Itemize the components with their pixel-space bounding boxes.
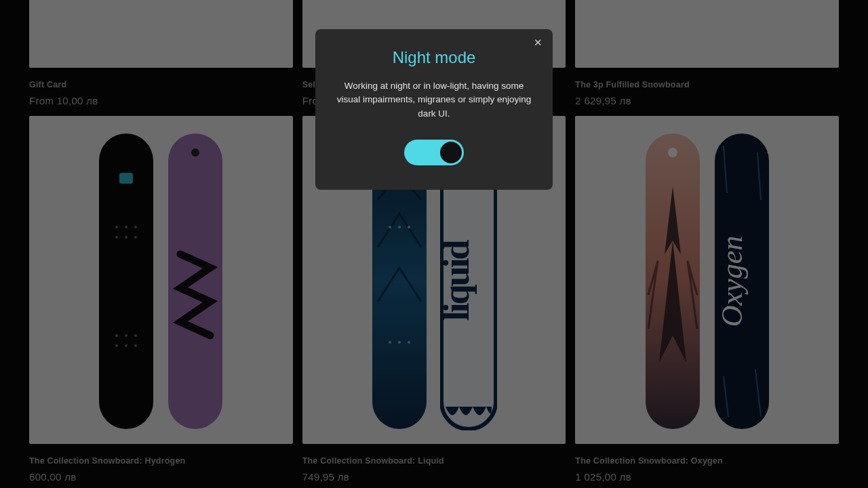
night-mode-modal: ✕ Night mode Working at night or in low-… [315,29,553,190]
modal-title: Night mode [333,48,535,67]
modal-body: Working at night or in low-light, having… [333,79,535,121]
toggle-knob [440,142,462,163]
night-mode-toggle[interactable] [404,140,464,165]
close-icon[interactable]: ✕ [531,36,545,49]
modal-overlay[interactable]: ✕ Night mode Working at night or in low-… [0,0,868,488]
